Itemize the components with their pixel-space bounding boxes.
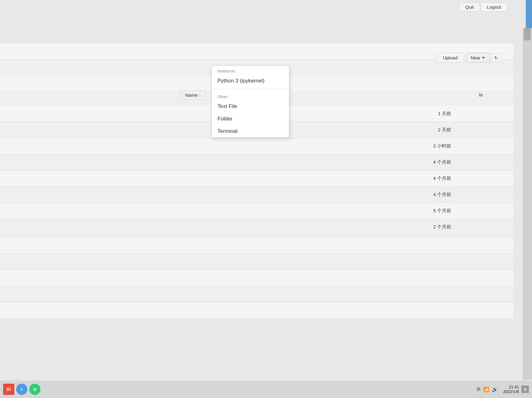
refresh-button[interactable]: ↻ [492,54,501,62]
terminal-item[interactable]: Terminal [212,125,289,138]
dropdown-divider [212,89,289,89]
bg-line [0,238,513,254]
row-date: 2 天前 [438,127,451,133]
taskbar-start-area: Di e ⊞ [3,384,40,395]
bg-line [0,254,513,270]
quit-button[interactable]: Quit [460,2,480,12]
row-date: 1 天前 [438,111,451,117]
name-column-label: Name [185,92,198,98]
folder-item[interactable]: Folder [212,113,289,125]
taskbar: Di e ⊞ 拼 📶 🔊 21:41 2022/1/8 🖥 [0,381,532,398]
table-row[interactable]: 4 个月前 [0,171,513,187]
scrollbar-track[interactable] [523,28,532,380]
keyboard-indicator: 拼 [477,386,481,392]
notification-icon[interactable]: 🖥 [521,386,529,393]
taskbar-clock: 21:41 2022/1/8 [503,385,519,394]
clock-date: 2022/1/8 [503,389,519,394]
logout-button[interactable]: Logout [481,2,507,12]
row-date: 4 个月前 [433,176,451,181]
new-button[interactable]: New [466,53,490,63]
notif-icon: 🖥 [523,387,527,391]
sort-arrow-icon: ↓ [199,93,201,97]
table-row[interactable]: 5 个月前 [0,203,513,219]
scrollbar-thumb[interactable] [524,28,531,40]
app2-icon: ⊞ [33,387,37,392]
table-row[interactable]: 2 个月前 [0,219,513,235]
chevron-down-icon [482,57,485,59]
row-date: 4 个月前 [433,159,451,165]
date-column-header: te [476,90,485,99]
row-date: 2 小时前 [433,143,451,149]
network-icon: 📶 [483,386,489,392]
taskbar-app2-icon[interactable]: ⊞ [29,384,40,395]
bg-line [0,286,513,302]
bg-line [0,302,513,319]
row-date: 2 个月前 [433,224,451,230]
notebook-section-label: Notebook: [212,66,289,75]
start-label: Di [7,387,11,392]
new-button-label: New [471,55,480,60]
other-section-label: Other: [212,91,289,100]
app1-icon: e [21,387,23,392]
new-dropdown-menu: Notebook: Python 3 (ipykernel) Other: Te… [212,65,289,138]
python3-ipykernel-item[interactable]: Python 3 (ipykernel) [212,75,289,87]
upload-button[interactable]: Upload [436,53,464,63]
volume-icon: 🔊 [492,386,498,392]
taskbar-app1-icon[interactable]: e [16,384,27,395]
refresh-icon: ↻ [494,55,498,60]
top-bar: Quit Logout [460,0,507,14]
clock-time: 21:41 [509,385,519,389]
table-row[interactable]: 2 小时前 [0,138,513,154]
row-date: 5 个月前 [433,208,451,214]
bg-line [0,270,513,286]
system-tray-icons: 📶 🔊 [483,386,498,392]
name-header-row: Name ↓ [180,90,206,100]
taskbar-right-area: 拼 📶 🔊 21:41 2022/1/8 🖥 [474,385,529,394]
toolbar: Upload New ↻ [436,53,501,63]
start-button[interactable]: Di [3,384,14,395]
name-sort-button[interactable]: Name ↓ [180,90,206,100]
text-file-item[interactable]: Text File [212,100,289,113]
row-date: 4 个月前 [433,192,451,198]
table-row[interactable]: 4 个月前 [0,154,513,171]
table-row[interactable]: 4 个月前 [0,187,513,203]
